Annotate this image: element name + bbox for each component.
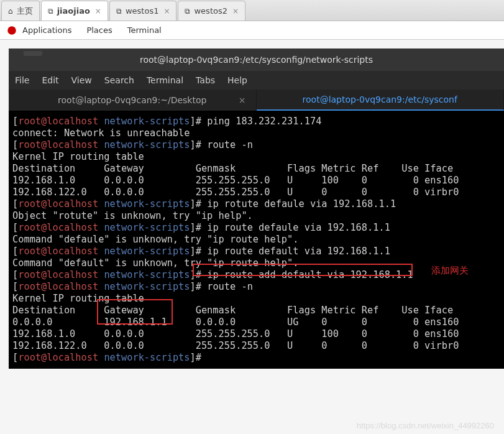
tab-label: westos2: [194, 6, 227, 16]
terminal-line: 0.0.0.0 192.168.1.1 0.0.0.0 UG 0 0 0 ens…: [12, 316, 500, 328]
window-stub: [24, 51, 42, 56]
window-icon: ⧉: [185, 7, 190, 16]
menu-terminal[interactable]: Terminal: [147, 75, 183, 85]
terminal-menu[interactable]: Terminal: [127, 25, 162, 35]
terminal-line: 192.168.122.0 0.0.0.0 255.255.255.0 U 0 …: [12, 187, 500, 198]
terminal-line: [root@localhost network-scripts]# ip rou…: [12, 269, 500, 281]
menu-view[interactable]: View: [71, 75, 92, 85]
terminal-line: Kernel IP routing table: [12, 293, 500, 305]
window-icon: ⧉: [116, 7, 122, 16]
applications-menu[interactable]: Applications: [22, 25, 71, 35]
tab-label: westos1: [126, 6, 159, 16]
terminal-tab-desktop[interactable]: root@laptop-0vq9can9:~/Desktop ×: [9, 90, 257, 111]
svg-point-0: [7, 26, 16, 35]
terminal-line: [root@localhost network-scripts]# ip rou…: [12, 222, 500, 234]
terminal-window: root@laptop-0vq9can9:/etc/sysconfig/netw…: [9, 48, 504, 369]
terminal-line: 192.168.1.0 0.0.0.0 255.255.255.0 U 100 …: [12, 175, 500, 187]
terminal-line: Command "defaule" is unknown, try "ip ro…: [12, 234, 500, 246]
terminal-line: [root@localhost network-scripts]# ip rou…: [12, 246, 500, 257]
gnome-top-bar: Applications Places Terminal: [0, 21, 504, 40]
browser-tab-westos1[interactable]: ⧉ westos1 ×: [109, 1, 177, 21]
annotation-text: 添加网关: [431, 264, 469, 276]
terminal-line: [root@localhost network-scripts]#: [12, 352, 500, 364]
watermark-text: https://blog.csdn.net/weixin_44992260: [357, 421, 494, 430]
terminal-tab-strip: root@laptop-0vq9can9:~/Desktop × root@la…: [9, 90, 504, 111]
tab-label: root@laptop-0vq9can9:/etc/sysconf: [303, 95, 457, 104]
terminal-tab-sysconfig[interactable]: root@laptop-0vq9can9:/etc/sysconf: [257, 90, 505, 111]
terminal-output[interactable]: [root@localhost network-scripts]# ping 1…: [9, 111, 504, 369]
tab-label: 主页: [17, 6, 33, 17]
browser-tab-jiaojiao[interactable]: ⧉ jiaojiao ×: [41, 1, 108, 21]
window-title: root@laptop-0vq9can9:/etc/sysconfig/netw…: [140, 55, 373, 65]
window-icon: ⧉: [48, 7, 53, 16]
menu-file[interactable]: File: [15, 75, 29, 85]
browser-tab-strip: ⌂ 主页 ⧉ jiaojiao × ⧉ westos1 × ⧉ westos2 …: [0, 0, 504, 21]
close-icon[interactable]: ×: [95, 7, 101, 16]
terminal-line: [root@localhost network-scripts]# route …: [12, 281, 500, 293]
terminal-line: Destination Gateway Genmask Flags Metric…: [12, 163, 500, 175]
window-titlebar[interactable]: root@laptop-0vq9can9:/etc/sysconfig/netw…: [9, 48, 504, 71]
terminal-line: connect: Network is unreachable: [12, 127, 500, 139]
terminal-line: Kernel IP routing table: [12, 151, 500, 163]
close-icon[interactable]: ×: [239, 95, 246, 105]
browser-tab-home[interactable]: ⌂ 主页: [1, 1, 40, 21]
close-icon[interactable]: ×: [232, 7, 239, 16]
terminal-line: Destination Gateway Genmask Flags Metric…: [12, 305, 500, 316]
menu-edit[interactable]: Edit: [42, 75, 58, 85]
terminal-line: 192.168.122.0 0.0.0.0 255.255.255.0 U 0 …: [12, 340, 500, 352]
places-menu[interactable]: Places: [86, 25, 112, 35]
tab-label: jiaojiao: [57, 6, 90, 16]
terminal-line: 192.168.1.0 0.0.0.0 255.255.255.0 U 100 …: [12, 328, 500, 340]
menu-search[interactable]: Search: [104, 75, 134, 85]
terminal-line: [root@localhost network-scripts]# ip rot…: [12, 198, 500, 210]
close-icon[interactable]: ×: [163, 7, 170, 16]
redhat-icon: [6, 25, 17, 36]
terminal-line: [root@localhost network-scripts]# ping 1…: [12, 116, 500, 127]
terminal-menubar: File Edit View Search Terminal Tabs Help: [9, 71, 504, 90]
terminal-line: [root@localhost network-scripts]# route …: [12, 139, 500, 151]
menu-tabs[interactable]: Tabs: [196, 75, 215, 85]
browser-tab-westos2[interactable]: ⧉ westos2 ×: [178, 1, 245, 21]
home-icon: ⌂: [8, 7, 13, 16]
terminal-line: Command "default" is unknown, try "ip ro…: [12, 257, 500, 269]
menu-help[interactable]: Help: [227, 75, 247, 85]
tab-label: root@laptop-0vq9can9:~/Desktop: [58, 95, 206, 105]
terminal-line: Object "rotute" is unknown, try "ip help…: [12, 210, 500, 222]
